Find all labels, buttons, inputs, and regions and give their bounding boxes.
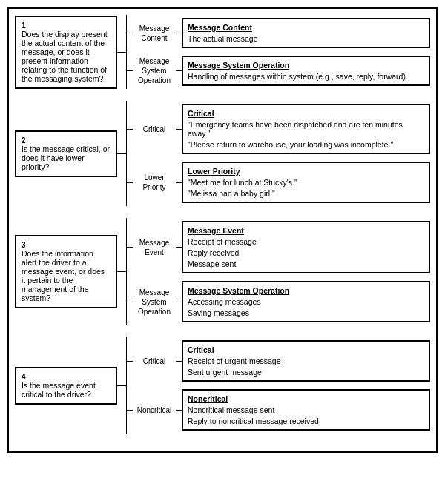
answer-box-s4-1: NoncriticalNoncritical message sentReply… xyxy=(182,389,430,431)
branches-s1: Message ContentMessage ContentThe actual… xyxy=(127,15,430,89)
branch-label-s1-0: Message Content xyxy=(133,24,176,43)
h-mid-s3-0 xyxy=(176,247,182,248)
h-small-s2-1 xyxy=(127,182,133,183)
branch-label-s2-1: Lower Priority xyxy=(133,173,176,192)
a-item-s4-1-1: Reply to noncritical message received xyxy=(188,417,424,425)
section-s3: 3Does the information alert the driver t… xyxy=(15,218,430,325)
question-box-s1: 1Does the display present the actual con… xyxy=(15,16,117,89)
branch-label-s2-0: Critical xyxy=(133,125,176,134)
section-s4: 4Is the message event critical to the dr… xyxy=(15,337,430,434)
a-item-s4-0-1: Sent urgent message xyxy=(188,368,424,377)
h-small-s4-0 xyxy=(127,361,133,362)
branch-row-s3-1: Message System OperationMessage System O… xyxy=(127,281,430,322)
branch-label-s3-0: Message Event xyxy=(133,238,176,257)
a-title-s1-1: Message System Operation xyxy=(188,61,424,70)
h-small-s1-1 xyxy=(127,70,133,71)
branch-label-s4-1: Noncritical xyxy=(133,405,176,415)
a-item-s3-0-1: Reply received xyxy=(188,248,424,257)
branch-label-s3-1: Message System Operation xyxy=(133,288,176,316)
answer-box-s2-1: Lower Priority"Meet me for lunch at Stuc… xyxy=(182,162,430,203)
answer-box-s1-1: Message System OperationHandling of mess… xyxy=(182,56,430,86)
a-title-s4-0: Critical xyxy=(188,345,424,354)
diagram: 1Does the display present the actual con… xyxy=(15,15,430,434)
answer-box-s3-0: Message EventReceipt of messageReply rec… xyxy=(182,221,430,273)
a-title-s3-0: Message Event xyxy=(188,226,424,235)
a-item-s2-0-0: "Emergency teams have been dispatched an… xyxy=(188,120,424,138)
a-item-s3-1-0: Accessing messages xyxy=(188,297,424,306)
question-box-s3: 3Does the information alert the driver t… xyxy=(15,235,117,308)
a-item-s1-1-0: Handling of messages within system (e.g.… xyxy=(188,72,424,81)
branches-s3: Message EventMessage EventReceipt of mes… xyxy=(127,218,430,325)
h-small-s3-1 xyxy=(127,302,133,302)
a-title-s2-1: Lower Priority xyxy=(188,167,424,176)
section-s1: 1Does the display present the actual con… xyxy=(15,15,430,89)
q-text-s4: Is the message event critical to the dri… xyxy=(22,381,96,399)
question-box-s4: 4Is the message event critical to the dr… xyxy=(15,367,117,405)
q-text-s2: Is the message critical, or does it have… xyxy=(22,145,110,171)
h-mid-s2-0 xyxy=(176,129,182,130)
q-text-s1: Does the display present the actual cont… xyxy=(22,30,108,83)
h-small-s3-0 xyxy=(127,247,133,248)
q-num-s3: 3 xyxy=(22,241,111,249)
branch-row-s1-1: Message System OperationMessage System O… xyxy=(127,56,430,86)
branch-label-s1-1: Message System Operation xyxy=(133,56,176,85)
branches-s4: CriticalCriticalReceipt of urgent messag… xyxy=(127,337,430,434)
branch-row-s3-0: Message EventMessage EventReceipt of mes… xyxy=(127,221,430,273)
branch-row-s2-1: Lower PriorityLower Priority"Meet me for… xyxy=(127,162,430,203)
h-small-s1-0 xyxy=(127,33,133,33)
a-item-s2-1-0: "Meet me for lunch at Stucky's." xyxy=(188,178,424,187)
question-box-s2: 2Is the message critical, or does it hav… xyxy=(15,130,117,177)
h-conn-left-s3 xyxy=(117,271,126,272)
q-text-s3: Does the information alert the driver to… xyxy=(22,249,105,302)
answer-box-s1-0: Message ContentThe actual message xyxy=(182,18,430,48)
branch-row-s2-0: CriticalCritical"Emergency teams have be… xyxy=(127,104,430,154)
q-num-s1: 1 xyxy=(22,21,111,30)
a-item-s3-0-0: Receipt of message xyxy=(188,237,424,246)
h-mid-s1-0 xyxy=(176,33,182,33)
diagram-container: 1Does the display present the actual con… xyxy=(7,7,438,453)
a-item-s4-0-0: Receipt of urgent message xyxy=(188,357,424,365)
answer-box-s2-0: Critical"Emergency teams have been dispa… xyxy=(182,104,430,154)
a-item-s4-1-0: Noncritical message sent xyxy=(188,405,424,414)
h-conn-left-s4 xyxy=(117,385,126,386)
h-conn-left-s2 xyxy=(117,153,126,154)
a-title-s2-0: Critical xyxy=(188,109,424,118)
section-s2: 2Is the message critical, or does it hav… xyxy=(15,101,430,206)
branch-row-s1-0: Message ContentMessage ContentThe actual… xyxy=(127,18,430,48)
h-mid-s4-1 xyxy=(176,410,182,411)
a-title-s4-1: Noncritical xyxy=(188,394,424,403)
a-title-s3-1: Message System Operation xyxy=(188,286,424,295)
h-small-s2-0 xyxy=(127,129,133,130)
answer-box-s3-1: Message System OperationAccessing messag… xyxy=(182,281,430,322)
h-mid-s2-1 xyxy=(176,182,182,183)
a-title-s1-0: Message Content xyxy=(188,23,424,32)
branches-s2: CriticalCritical"Emergency teams have be… xyxy=(127,101,430,206)
q-num-s4: 4 xyxy=(22,373,111,381)
a-item-s3-1-1: Saving messages xyxy=(188,308,424,317)
branch-row-s4-1: NoncriticalNoncriticalNoncritical messag… xyxy=(127,389,430,431)
q-num-s2: 2 xyxy=(22,136,111,145)
a-item-s1-0-0: The actual message xyxy=(188,34,424,43)
h-mid-s3-1 xyxy=(176,302,182,302)
answer-box-s4-0: CriticalReceipt of urgent messageSent ur… xyxy=(182,340,430,382)
branch-row-s4-0: CriticalCriticalReceipt of urgent messag… xyxy=(127,340,430,382)
a-item-s2-0-1: "Please return to warehouse, your loadin… xyxy=(188,140,424,149)
h-conn-left-s1 xyxy=(117,52,126,53)
branch-label-s4-0: Critical xyxy=(133,357,176,366)
a-item-s3-0-2: Message sent xyxy=(188,259,424,268)
a-item-s2-1-1: "Melissa had a baby girl!" xyxy=(188,189,424,198)
h-mid-s4-0 xyxy=(176,361,182,362)
h-small-s4-1 xyxy=(127,410,133,411)
h-mid-s1-1 xyxy=(176,70,182,71)
